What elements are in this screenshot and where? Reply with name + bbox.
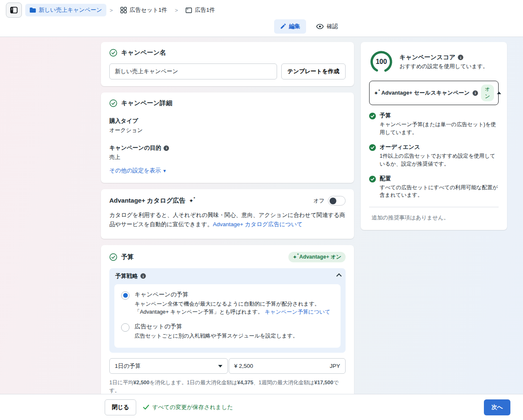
campaign-name-card: キャンペーン名 テンプレートを作成 — [101, 42, 354, 86]
info-icon[interactable]: i — [164, 145, 169, 151]
radio-unselected-icon[interactable] — [121, 323, 129, 332]
tab-edit[interactable]: 編集 — [274, 19, 306, 34]
info-icon[interactable]: i — [140, 273, 146, 279]
pencil-icon — [280, 24, 286, 29]
check-placement-label: 配置 — [380, 175, 499, 182]
adset-budget-option-label: 広告セットの予算 — [135, 323, 298, 330]
budget-amount-value: ¥ 2,500 — [234, 363, 253, 369]
next-button[interactable]: 次へ — [484, 399, 510, 415]
breadcrumb: 新しい売上キャンペーン > 広告セット1件 > 広告1件 — [6, 3, 219, 18]
campaign-budget-option[interactable]: キャンペーンの予算 キャンペーン全体で機会が最大になるように自動的に予算が配分さ… — [121, 291, 334, 317]
ad-icon — [185, 7, 192, 13]
budget-note: 1日に平均¥2,500を消化します。1日の最大消化金額は¥4,375、1週間の最… — [109, 379, 346, 395]
budget-period-select[interactable]: 1日の予算 — [109, 358, 228, 374]
check-budget-desc: キャンペーン予算(または単一の広告セット)を使用しています。 — [380, 121, 499, 137]
breadcrumb-campaign[interactable]: 新しい売上キャンペーン — [25, 4, 106, 16]
check-circle-icon — [109, 99, 117, 107]
catalog-ads-learn-more-link[interactable]: Advantage+ カタログ広告について — [213, 221, 303, 227]
score-title: キャンペーンスコア i — [399, 53, 488, 61]
advantage-sales-campaign-label: Advantage+ セールスキャンペーン — [381, 89, 470, 97]
check-item-budget: 予算 キャンペーン予算(または単一の広告セット)を使用しています。 — [369, 112, 499, 137]
campaign-name-input[interactable] — [109, 63, 277, 79]
buying-type-label: 購入タイプ — [109, 117, 346, 125]
chevron-up-icon[interactable] — [497, 92, 501, 94]
score-gauge: 100 — [369, 50, 394, 74]
breadcrumb-separator: > — [175, 7, 178, 13]
close-button[interactable]: 閉じる — [105, 399, 136, 415]
budget-strategy-panel: 予算戦略 i キャンペーンの予算 キャンペーン全体で機会が最大になるように自動的… — [109, 268, 346, 353]
budget-strategy-label: 予算戦略 i — [115, 272, 146, 280]
budget-title: 予算 — [121, 253, 134, 261]
main-column: キャンペーン名 テンプレートを作成 キャンペーン詳細 購入タイプ オークション … — [101, 42, 354, 420]
objective-label: キャンペーンの目的 i — [109, 144, 346, 152]
info-icon[interactable]: i — [458, 55, 463, 60]
info-icon[interactable]: i — [473, 90, 478, 96]
campaign-details-card: キャンペーン詳細 購入タイプ オークション キャンペーンの目的 i 売上 その他… — [101, 92, 354, 183]
no-more-recommendations: 追加の推奨事項はありません。 — [369, 214, 499, 222]
status-badge: オン — [481, 85, 494, 101]
more-settings-link[interactable]: その他の設定を表示 ▼ — [109, 167, 166, 174]
toggle-state-label: オフ — [313, 197, 325, 205]
mode-tabs: 編集 確認 — [274, 19, 341, 34]
breadcrumb-ad[interactable]: 広告1件 — [181, 4, 219, 16]
sparkle-icon: ✦✦ — [374, 90, 378, 96]
check-item-audience: オーディエンス 1件以上の広告セットでおすすめ設定を使用しているか、設定が推奨値… — [369, 143, 499, 168]
folder-icon — [29, 7, 36, 13]
adset-budget-option-desc: 広告セットごとに別の入札戦略や予算スケジュールを設定します。 — [135, 332, 298, 340]
catalog-ads-description: カタログを利用すると、人それぞれの興味・関心、意向、アクションに合わせて関連する… — [109, 211, 346, 230]
score-subtitle: おすすめの設定を使用しています。 — [399, 63, 488, 70]
catalog-ads-title: Advantage+ カタログ広告 ✦✦ — [109, 197, 193, 205]
sidebar-collapse-button[interactable] — [6, 3, 22, 18]
check-budget-label: 予算 — [380, 112, 499, 119]
sparkle-icon: ✦✦ — [293, 254, 297, 260]
collapse-chevron-icon[interactable] — [336, 273, 342, 279]
check-audience-label: オーディエンス — [380, 143, 499, 151]
tab-review[interactable]: 確認 — [314, 19, 341, 34]
currency-label: JPY — [330, 363, 340, 369]
check-icon — [143, 404, 149, 410]
caret-down-icon — [218, 365, 222, 367]
adset-budget-option[interactable]: 広告セットの予算 広告セットごとに別の入札戦略や予算スケジュールを設定します。 — [121, 323, 334, 340]
adset-grid-icon — [120, 7, 127, 13]
campaign-budget-link[interactable]: キャンペーン予算について — [264, 309, 330, 315]
chevron-down-icon: ▼ — [163, 169, 167, 173]
catalog-ads-card: Advantage+ カタログ広告 ✦✦ オフ カタログを利用すると、人それぞれ… — [101, 189, 354, 239]
footer-bar: 閉じる すべての変更が保存されました 次へ — [0, 394, 523, 420]
check-circle-icon — [109, 253, 117, 261]
saved-status-text: すべての変更が保存されました — [152, 404, 233, 411]
top-header: 新しい売上キャンペーン > 広告セット1件 > 広告1件 — [0, 0, 523, 37]
advantage-on-badge: ✦✦ Advantage+ オン — [288, 252, 346, 262]
score-value: 100 — [369, 50, 394, 74]
sparkle-icon: ✦✦ — [189, 198, 193, 203]
breadcrumb-adset-label: 広告セット1件 — [129, 6, 167, 14]
tab-edit-label: 編集 — [289, 23, 300, 30]
campaign-budget-option-desc: キャンペーン全体で機会が最大になるように自動的に予算が配分されます。「Advan… — [135, 300, 334, 317]
check-filled-icon — [369, 143, 376, 168]
check-filled-icon — [369, 112, 376, 137]
saved-status: すべての変更が保存されました — [143, 404, 233, 411]
breadcrumb-ad-label: 広告1件 — [195, 6, 215, 14]
campaign-score-panel: 100 キャンペーンスコア i おすすめの設定を使用しています。 ✦✦ Adva… — [361, 42, 507, 230]
people-link[interactable]: 人 — [173, 212, 179, 218]
check-circle-icon — [109, 49, 117, 57]
catalog-ads-toggle[interactable] — [328, 196, 346, 206]
check-audience-desc: 1件以上の広告セットでおすすめ設定を使用しているか、設定が推奨値です。 — [380, 152, 499, 168]
campaign-name-title: キャンペーン名 — [121, 49, 166, 57]
objective-value: 売上 — [109, 153, 346, 161]
campaign-details-title: キャンペーン詳細 — [121, 99, 172, 107]
breadcrumb-separator: > — [110, 7, 113, 13]
tab-review-label: 確認 — [327, 23, 338, 30]
buying-type-value: オークション — [109, 127, 346, 134]
check-item-placement: 配置 すべての広告セットにすべての利用可能な配置が含まれています。 — [369, 175, 499, 200]
check-placement-desc: すべての広告セットにすべての利用可能な配置が含まれています。 — [380, 184, 499, 200]
breadcrumb-campaign-label: 新しい売上キャンペーン — [39, 6, 102, 14]
advantage-sales-campaign-row[interactable]: ✦✦ Advantage+ セールスキャンペーン i オン — [369, 81, 499, 105]
eye-icon — [316, 24, 324, 29]
sidebar-collapse-icon — [9, 5, 18, 15]
budget-amount-input[interactable]: ¥ 2,500 JPY — [229, 358, 346, 374]
divider — [369, 207, 499, 207]
check-filled-icon — [369, 175, 376, 200]
create-template-button[interactable]: テンプレートを作成 — [281, 63, 346, 79]
radio-selected-icon[interactable] — [121, 291, 129, 300]
breadcrumb-adset[interactable]: 広告セット1件 — [116, 4, 171, 16]
